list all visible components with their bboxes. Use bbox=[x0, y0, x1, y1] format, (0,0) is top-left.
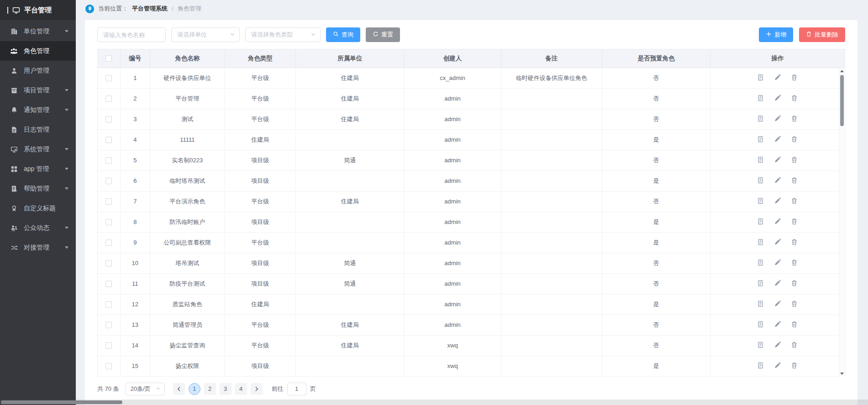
view-button[interactable] bbox=[752, 156, 769, 165]
edit-button[interactable] bbox=[769, 74, 786, 82]
row-checkbox[interactable] bbox=[105, 363, 112, 369]
sidebar-item-1[interactable]: 单位管理 bbox=[0, 21, 76, 41]
delete-button[interactable] bbox=[786, 341, 803, 350]
view-button[interactable] bbox=[752, 341, 769, 350]
delete-button[interactable] bbox=[786, 156, 803, 165]
delete-button[interactable] bbox=[786, 300, 803, 309]
delete-button[interactable] bbox=[786, 115, 803, 123]
sidebar-item-9[interactable]: 帮助管理 bbox=[0, 179, 76, 198]
sidebar-item-12[interactable]: 对接管理 bbox=[0, 238, 76, 257]
row-checkbox[interactable] bbox=[105, 198, 112, 205]
row-checkbox[interactable] bbox=[105, 219, 112, 225]
row-checkbox[interactable] bbox=[105, 178, 112, 184]
view-button[interactable] bbox=[752, 300, 769, 309]
select-all-checkbox[interactable] bbox=[105, 55, 112, 62]
delete-button[interactable] bbox=[786, 362, 803, 370]
scroll-up-icon[interactable] bbox=[839, 70, 845, 72]
row-checkbox[interactable] bbox=[105, 322, 112, 328]
row-checkbox[interactable] bbox=[105, 281, 112, 287]
page-size-select[interactable]: 20条/页 bbox=[126, 383, 165, 395]
view-button[interactable] bbox=[752, 197, 769, 206]
view-button[interactable] bbox=[752, 136, 769, 144]
view-button[interactable] bbox=[752, 239, 769, 247]
sidebar-item-5[interactable]: 通知管理 bbox=[0, 100, 76, 120]
row-checkbox[interactable] bbox=[105, 260, 112, 266]
edit-button[interactable] bbox=[769, 239, 786, 247]
cell-preset: 否 bbox=[602, 314, 710, 335]
horizontal-scrollbar-thumb[interactable] bbox=[1, 400, 122, 404]
scrollbar-thumb[interactable] bbox=[840, 75, 844, 126]
page-size-value: 20条/页 bbox=[131, 385, 151, 393]
page-button-2[interactable]: 2 bbox=[204, 383, 216, 395]
edit-button[interactable] bbox=[769, 156, 786, 165]
view-button[interactable] bbox=[752, 362, 769, 370]
edit-button[interactable] bbox=[769, 177, 786, 185]
row-checkbox[interactable] bbox=[105, 96, 112, 102]
view-button[interactable] bbox=[752, 177, 769, 185]
batch-delete-button[interactable]: 批量删除 bbox=[799, 27, 845, 42]
unit-select[interactable]: 请选择单位 bbox=[171, 27, 240, 42]
edit-button[interactable] bbox=[769, 280, 786, 288]
view-button[interactable] bbox=[752, 95, 769, 103]
sidebar-item-4[interactable]: 项目管理 bbox=[0, 80, 76, 100]
page-button-1[interactable]: 1 bbox=[189, 383, 200, 395]
sidebar-item-6[interactable]: 日志管理 bbox=[0, 120, 76, 139]
delete-button[interactable] bbox=[786, 95, 803, 103]
edit-button[interactable] bbox=[769, 197, 786, 206]
row-checkbox[interactable] bbox=[105, 301, 112, 308]
page-button-3[interactable]: 3 bbox=[220, 383, 231, 395]
delete-button[interactable] bbox=[786, 280, 803, 288]
page-button-4[interactable]: 4 bbox=[235, 383, 247, 395]
row-checkbox[interactable] bbox=[105, 116, 112, 123]
role-name-input[interactable] bbox=[97, 27, 166, 42]
row-checkbox[interactable] bbox=[105, 137, 112, 143]
add-button[interactable]: 新增 bbox=[759, 27, 793, 42]
search-button[interactable]: 查询 bbox=[326, 27, 360, 42]
role-type-select[interactable]: 请选择角色类型 bbox=[245, 27, 321, 42]
sidebar-item-3[interactable]: 用户管理 bbox=[0, 61, 76, 80]
row-checkbox[interactable] bbox=[105, 240, 112, 246]
edit-button[interactable] bbox=[769, 218, 786, 226]
edit-button[interactable] bbox=[769, 136, 786, 144]
delete-button[interactable] bbox=[786, 177, 803, 185]
edit-button[interactable] bbox=[769, 95, 786, 103]
prev-page-button[interactable] bbox=[173, 383, 185, 395]
table-scrollbar[interactable] bbox=[839, 68, 845, 377]
view-button[interactable] bbox=[752, 321, 769, 329]
row-checkbox[interactable] bbox=[105, 157, 112, 164]
view-button[interactable] bbox=[752, 115, 769, 123]
view-button[interactable] bbox=[752, 218, 769, 226]
reset-button[interactable]: 重置 bbox=[366, 27, 400, 42]
row-select-cell bbox=[98, 191, 120, 212]
sidebar-item-10[interactable]: 自定义标题 bbox=[0, 198, 76, 218]
delete-button[interactable] bbox=[786, 239, 803, 247]
sidebar-item-7[interactable]: 系统管理 bbox=[0, 139, 76, 159]
view-button[interactable] bbox=[752, 74, 769, 82]
edit-button[interactable] bbox=[769, 300, 786, 309]
goto-page-input[interactable] bbox=[287, 383, 306, 395]
table-row: 11防疫平台测试项目级简通admin否 bbox=[98, 273, 845, 294]
scroll-down-icon[interactable] bbox=[839, 373, 845, 375]
delete-button[interactable] bbox=[786, 74, 803, 82]
next-page-button[interactable] bbox=[251, 383, 263, 395]
row-checkbox[interactable] bbox=[105, 75, 112, 81]
cell-actions bbox=[710, 314, 845, 335]
edit-button[interactable] bbox=[769, 362, 786, 370]
edit-button[interactable] bbox=[769, 115, 786, 123]
edit-button[interactable] bbox=[769, 321, 786, 329]
row-checkbox[interactable] bbox=[105, 342, 112, 349]
horizontal-scrollbar[interactable] bbox=[0, 400, 868, 405]
view-button[interactable] bbox=[752, 259, 769, 267]
delete-button[interactable] bbox=[786, 321, 803, 329]
breadcrumb-root[interactable]: 平台管理系统 bbox=[132, 5, 168, 13]
sidebar-item-8[interactable]: app 管理 bbox=[0, 159, 76, 179]
delete-button[interactable] bbox=[786, 197, 803, 206]
delete-button[interactable] bbox=[786, 136, 803, 144]
edit-button[interactable] bbox=[769, 341, 786, 350]
edit-button[interactable] bbox=[769, 259, 786, 267]
delete-button[interactable] bbox=[786, 259, 803, 267]
view-button[interactable] bbox=[752, 280, 769, 288]
sidebar-item-2[interactable]: 角色管理 bbox=[0, 41, 76, 61]
sidebar-item-11[interactable]: 公众动态 bbox=[0, 218, 76, 238]
delete-button[interactable] bbox=[786, 218, 803, 226]
